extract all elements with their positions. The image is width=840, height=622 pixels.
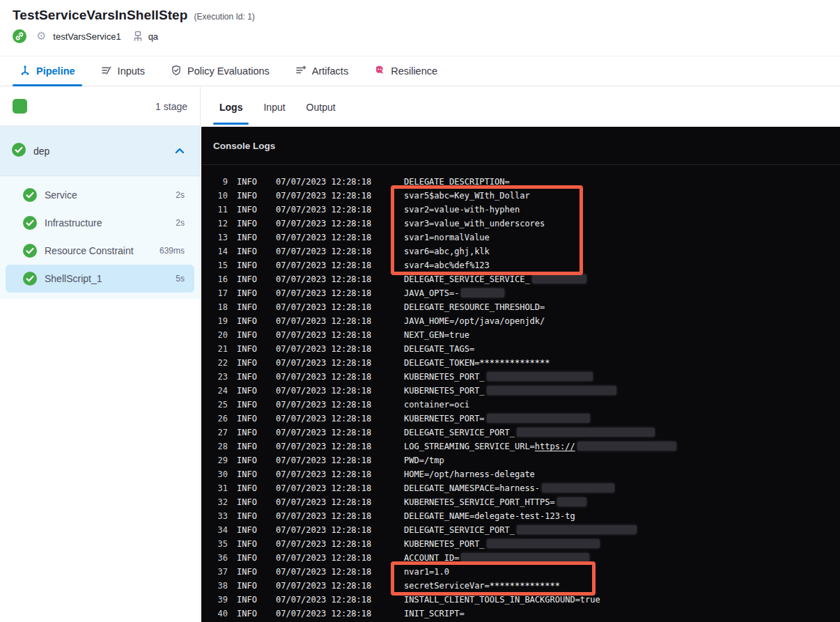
log-level: INFO: [237, 467, 258, 481]
log-level: INFO: [237, 356, 258, 370]
log-line-14: 14INFO07/07/2023 12:28:18svar6=abc,ghj,k…: [201, 244, 840, 258]
log-line-11: 11INFO07/07/2023 12:28:18svar2=value-wit…: [201, 203, 840, 217]
step-item-infrastructure[interactable]: Infrastructure2s: [6, 209, 194, 237]
log-level: INFO: [237, 384, 258, 398]
log-line-17: 17INFO07/07/2023 12:28:18JAVA_OPTS=-: [201, 286, 840, 300]
stage-group-label: dep: [33, 146, 49, 157]
log-line-number: 13: [212, 231, 228, 244]
log-timestamp: 07/07/2023 12:28:18: [276, 467, 372, 481]
log-message: KUBERNETES_PORT_: [404, 384, 616, 398]
tab-inputs[interactable]: Inputs: [101, 56, 146, 86]
log-line-number: 15: [212, 258, 228, 272]
step-item-shellscript-1[interactable]: ShellScript_15s: [6, 265, 194, 293]
log-line-13: 13INFO07/07/2023 12:28:18svar1=normalVal…: [201, 231, 840, 244]
log-line-number: 18: [212, 300, 228, 314]
tab-output[interactable]: Output: [306, 87, 336, 127]
console-panel: Console Logs 9INFO07/07/2023 12:28:18DEL…: [201, 127, 840, 622]
log-timestamp: 07/07/2023 12:28:18: [276, 244, 372, 258]
log-timestamp: 07/07/2023 12:28:18: [276, 356, 372, 370]
stage-group-dep[interactable]: dep: [0, 126, 200, 176]
log-line-number: 28: [212, 440, 228, 453]
log-timestamp: 07/07/2023 12:28:18: [276, 593, 372, 607]
log-level: INFO: [237, 272, 258, 286]
log-timestamp: 07/07/2023 12:28:18: [276, 370, 372, 384]
log-line-number: 23: [212, 370, 228, 384]
log-level: INFO: [237, 314, 258, 328]
log-link[interactable]: https://: [535, 442, 575, 451]
log-line-28: 28INFO07/07/2023 12:28:18LOG_STREAMING_S…: [201, 440, 840, 453]
log-message: secretServiceVar=**************: [404, 579, 560, 593]
artifacts-icon: [295, 65, 306, 78]
tab-policy-evaluations[interactable]: Policy Evaluations: [171, 56, 270, 86]
service-name: testVarsService1: [53, 31, 120, 42]
log-message: container=oci: [404, 398, 469, 412]
log-message: DELEGATE_DESCRIPTION=: [404, 175, 510, 189]
step-label: Service: [45, 189, 77, 201]
log-level: INFO: [237, 244, 258, 258]
log-level: INFO: [237, 579, 258, 593]
step-item-service[interactable]: Service2s: [6, 181, 194, 209]
environment-icon: [132, 31, 143, 42]
log-line-number: 16: [212, 272, 228, 286]
gear-icon: ⚙: [36, 29, 46, 43]
log-level: INFO: [237, 481, 258, 495]
chevron-up-icon[interactable]: [175, 147, 185, 155]
log-line-24: 24INFO07/07/2023 12:28:18KUBERNETES_PORT…: [201, 384, 840, 398]
log-timestamp: 07/07/2023 12:28:18: [276, 440, 372, 453]
log-line-32: 32INFO07/07/2023 12:28:18KUBERNETES_SERV…: [201, 495, 840, 509]
log-level: INFO: [237, 537, 258, 551]
log-timestamp: 07/07/2023 12:28:18: [276, 565, 372, 579]
log-line-29: 29INFO07/07/2023 12:28:18PWD=/tmp: [201, 453, 840, 467]
pipeline-icon: [20, 65, 31, 78]
pipeline-workspace: 1 stage dep Service2sInfrastructure2sRes…: [0, 87, 840, 622]
redacted-value: [532, 274, 586, 283]
log-timestamp: 07/07/2023 12:28:18: [276, 272, 372, 286]
log-line-number: 21: [212, 342, 228, 356]
tab-logs[interactable]: Logs: [219, 87, 242, 127]
log-level: INFO: [237, 231, 258, 244]
log-timestamp: 07/07/2023 12:28:18: [276, 453, 372, 467]
redacted-value: [487, 539, 600, 548]
log-level: INFO: [237, 258, 258, 272]
log-message: DELEGATE_NAME=delegate-test-123-tg: [404, 509, 575, 523]
console-log-lines[interactable]: 9INFO07/07/2023 12:28:18DELEGATE_DESCRIP…: [201, 165, 840, 621]
success-check-icon: [23, 216, 37, 230]
log-timestamp: 07/07/2023 12:28:18: [276, 412, 372, 426]
step-duration: 639ms: [160, 246, 185, 256]
tab-artifacts[interactable]: Artifacts: [295, 56, 348, 86]
step-item-resource-constraint[interactable]: Resource Constraint639ms: [6, 237, 194, 265]
log-level: INFO: [237, 189, 258, 203]
log-message: DELEGATE_SERVICE_PORT_: [404, 523, 637, 537]
redacted-value: [577, 442, 676, 451]
log-level: INFO: [237, 453, 258, 467]
log-message: KUBERNETES_PORT_: [404, 537, 600, 551]
log-line-number: 39: [212, 593, 228, 607]
tab-input[interactable]: Input: [263, 87, 285, 127]
tab-resilience[interactable]: Resilience: [374, 56, 437, 86]
environment-name: qa: [148, 31, 158, 42]
log-timestamp: 07/07/2023 12:28:18: [276, 481, 372, 495]
log-level: INFO: [237, 286, 258, 300]
log-level: INFO: [237, 495, 258, 509]
log-message: HOME=/opt/harness-delegate: [404, 467, 535, 481]
redacted-value: [517, 525, 637, 534]
redacted-value: [487, 372, 593, 381]
log-message: JAVA_HOME=/opt/java/openjdk/: [404, 314, 545, 328]
log-message: svar5$abc=Key_WIth_Dollar: [404, 189, 530, 203]
tab-pipeline[interactable]: Pipeline: [20, 56, 75, 86]
log-timestamp: 07/07/2023 12:28:18: [276, 286, 372, 300]
log-timestamp: 07/07/2023 12:28:18: [276, 217, 372, 231]
log-line-33: 33INFO07/07/2023 12:28:18DELEGATE_NAME=d…: [201, 509, 840, 523]
log-line-number: 10: [212, 189, 228, 203]
console-logs-title: Console Logs: [213, 141, 275, 151]
log-level: INFO: [237, 217, 258, 231]
console-logs-section-header[interactable]: Console Logs: [201, 127, 840, 165]
log-line-25: 25INFO07/07/2023 12:28:18container=oci: [201, 398, 840, 412]
page-title: TestServiceVarsInShellStep: [13, 8, 187, 23]
success-check-icon: [23, 244, 37, 258]
policy-shield-icon: [171, 65, 182, 78]
log-line-number: 27: [212, 426, 228, 440]
log-line-16: 16INFO07/07/2023 12:28:18DELEGATE_SERVIC…: [201, 272, 840, 286]
log-level: INFO: [237, 523, 258, 537]
log-message: DELEGATE_SERVICE_SERVICE_: [404, 272, 586, 286]
